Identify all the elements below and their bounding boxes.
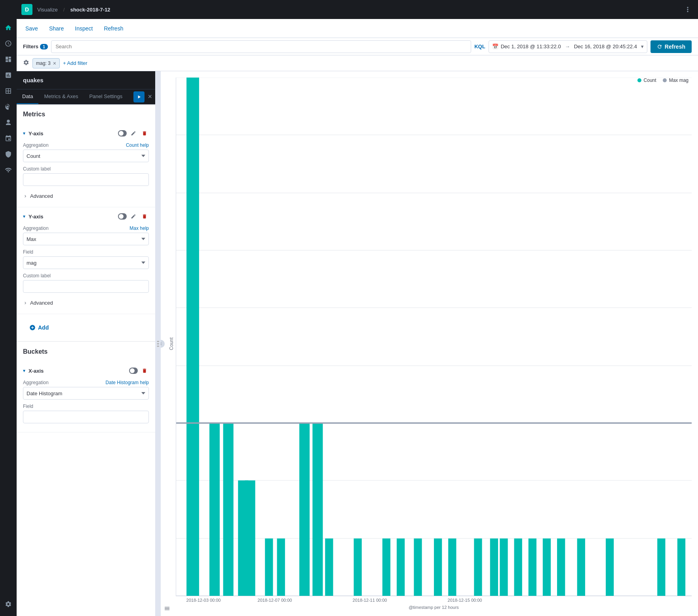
filter-settings-icon[interactable]: [23, 59, 29, 67]
svg-rect-46: [514, 538, 522, 596]
svg-rect-39: [397, 538, 405, 596]
y-axis-2-edit-icon[interactable]: [129, 212, 138, 221]
aggregation-1-select[interactable]: Count Average Sum Min Max: [23, 150, 149, 162]
add-metric-button[interactable]: Add: [23, 319, 55, 336]
filter-count-badge: 1: [40, 44, 48, 49]
nav-table[interactable]: [1, 84, 15, 98]
nav-apm[interactable]: [1, 163, 15, 177]
svg-rect-38: [382, 538, 390, 596]
date-range-picker[interactable]: 📅 Dec 1, 2018 @ 11:33:22.0 → Dec 16, 201…: [489, 40, 647, 53]
nav-visualize[interactable]: [1, 68, 15, 82]
y-axis-1-toggle[interactable]: [118, 129, 127, 138]
svg-rect-52: [657, 538, 665, 596]
chart-svg: 0 1 2 3 4 5 6 7 8 9: [176, 78, 692, 596]
y-axis-2-custom-label-row: Custom label: [23, 273, 149, 293]
svg-rect-36: [325, 538, 333, 596]
filter-search-input[interactable]: [51, 40, 471, 53]
chart-list-icon[interactable]: [164, 605, 170, 613]
y-axis-2-advanced-toggle[interactable]: Advanced: [23, 297, 149, 309]
topbar-menu-icon[interactable]: [682, 4, 693, 15]
panel-content: Metrics ▾ Y-axis: [17, 104, 155, 616]
chevron-right-icon: [23, 194, 28, 199]
refresh-icon: [657, 44, 662, 49]
inspect-button[interactable]: Inspect: [72, 24, 95, 33]
collapse-panel-button[interactable]: [161, 340, 165, 348]
svg-rect-47: [529, 538, 536, 596]
y-axis-2-block: ▾ Y-axis: [17, 207, 155, 314]
y-axis-2-toggle[interactable]: [118, 212, 127, 221]
aggregation-2-select[interactable]: Max Count Average Sum Min: [23, 233, 149, 245]
svg-point-4: [158, 343, 159, 344]
y-axis-2-header: ▾ Y-axis: [23, 212, 149, 221]
nav-clock[interactable]: [1, 36, 15, 51]
add-filter-button[interactable]: + Add filter: [63, 60, 87, 66]
x-axis-block: ▾ X-axis: [17, 362, 155, 432]
x-tick-3: 2018-12-11 00:00: [322, 598, 417, 603]
y-axis-2-delete-icon[interactable]: [140, 212, 149, 221]
panel-close-button[interactable]: ×: [148, 89, 152, 104]
nav-canvas[interactable]: [1, 100, 15, 114]
chart-inner: 0 1 2 3 4 5 6 7 8 9: [176, 78, 692, 610]
chart-wrapper: Count: [167, 78, 692, 610]
svg-rect-42: [448, 538, 456, 596]
chevron-down-icon: ▾: [641, 44, 644, 49]
svg-rect-34: [299, 423, 310, 596]
refresh-main-button[interactable]: Refresh: [650, 40, 692, 53]
panel-drag-handle[interactable]: [155, 71, 161, 616]
x-axis-aggregation-select[interactable]: Date Histogram Histogram Terms Range: [23, 387, 149, 400]
y-axis-2-field-select[interactable]: mag depth latitude longitude: [23, 256, 149, 269]
y-axis-1-chevron[interactable]: ▾: [23, 131, 25, 136]
metrics-label: Metrics: [17, 104, 155, 124]
y-axis-2-chevron[interactable]: ▾: [23, 214, 25, 219]
nav-ml[interactable]: [1, 116, 15, 130]
svg-rect-40: [414, 538, 422, 596]
x-axis-aggregation-help[interactable]: Date Histogram help: [106, 380, 149, 385]
x-tick-1: 2018-12-03 00:00: [180, 598, 227, 603]
nav-graph[interactable]: [1, 131, 15, 146]
page-title: shock-2018-7-12: [70, 7, 110, 13]
y-axis-2-custom-label-input[interactable]: [23, 280, 149, 293]
x-axis-chevron[interactable]: ▾: [23, 368, 25, 373]
y-axis-1-delete-icon[interactable]: [140, 129, 149, 138]
tab-panel-settings[interactable]: Panel Settings: [84, 89, 128, 104]
date-end: Dec 16, 2018 @ 20:45:22.4: [574, 44, 637, 49]
panel-title: quakes: [17, 71, 155, 89]
tab-data[interactable]: Data: [17, 89, 38, 104]
filter-bar: Filters 1 KQL 📅 Dec 1, 2018 @ 11:33:22.0…: [17, 38, 698, 55]
kql-button[interactable]: KQL: [474, 44, 485, 49]
nav-settings[interactable]: [1, 597, 15, 611]
chart-bottom-icons: [164, 605, 170, 613]
save-button[interactable]: Save: [23, 24, 40, 33]
svg-rect-43: [474, 538, 482, 596]
filter-label: Filters 1: [23, 44, 48, 49]
svg-rect-41: [434, 538, 442, 596]
nav-shield[interactable]: [1, 147, 15, 161]
svg-point-3: [158, 341, 159, 342]
plus-circle-icon: [29, 324, 36, 331]
y-axis-2-label: Y-axis: [29, 214, 115, 220]
svg-rect-31: [245, 480, 255, 596]
aggregation-1-help[interactable]: Count help: [126, 142, 149, 148]
x-axis-delete-icon[interactable]: [140, 366, 149, 375]
filter-chip-remove[interactable]: ×: [53, 60, 56, 66]
refresh-button[interactable]: Refresh: [101, 24, 126, 33]
x-axis-toggle[interactable]: [129, 366, 138, 375]
nav-home[interactable]: [1, 21, 15, 35]
y-axis-1-advanced-toggle[interactable]: Advanced: [23, 190, 149, 202]
date-arrow: →: [563, 44, 572, 49]
y-axis-1-custom-label-input[interactable]: [23, 173, 149, 186]
filter-chip-mag[interactable]: mag: 3 ×: [32, 58, 60, 68]
tab-metrics-axes[interactable]: Metrics & Axes: [38, 89, 84, 104]
svg-rect-48: [543, 538, 551, 596]
run-button[interactable]: [133, 91, 145, 102]
share-button[interactable]: Share: [47, 24, 66, 33]
x-axis-field-input[interactable]: [23, 411, 149, 423]
y-axis-1-edit-icon[interactable]: [129, 129, 138, 138]
chevron-right-icon-2: [23, 301, 28, 305]
y-axis-1-block: ▾ Y-axis: [17, 124, 155, 207]
svg-rect-37: [354, 538, 361, 596]
aggregation-2-help[interactable]: Max help: [129, 226, 149, 231]
chevron-left-icon: [161, 341, 163, 346]
nav-dashboard[interactable]: [1, 52, 15, 66]
y-axis-label: Count: [167, 78, 176, 610]
